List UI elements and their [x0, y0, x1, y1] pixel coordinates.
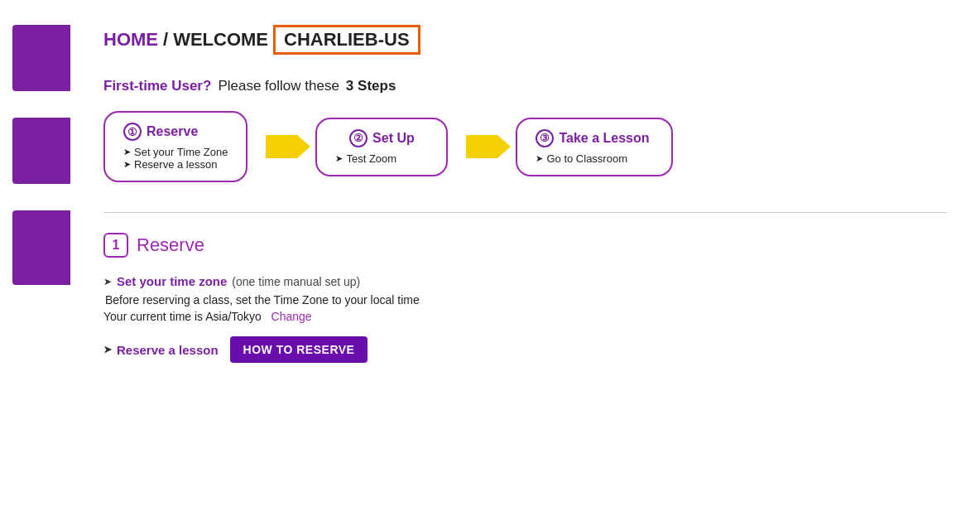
- main-content: HOME / WELCOME CHARLIEB-US First-time Us…: [70, 0, 980, 531]
- first-time-label: First-time User?: [103, 78, 211, 94]
- step-1-box: ① Reserve Set your Time Zone Reserve a l…: [103, 111, 247, 182]
- arrow-2: [459, 135, 504, 158]
- step-3-title: ③ Take a Lesson: [536, 129, 653, 147]
- step-1-item-1: Set your Time Zone: [123, 146, 228, 158]
- info-line1: Before reserving a class, set the Time Z…: [105, 293, 947, 307]
- section-title-label: Reserve: [137, 234, 204, 256]
- change-link[interactable]: Change: [271, 310, 312, 323]
- sidebar-block-3: [12, 210, 70, 285]
- step-2-item-1: Test Zoom: [335, 152, 428, 165]
- section-divider: [103, 212, 947, 213]
- step-3-box: ③ Take a Lesson Go to Classroom: [516, 118, 673, 176]
- steps-row: ① Reserve Set your Time Zone Reserve a l…: [103, 111, 947, 182]
- breadcrumb-welcome: WELCOME: [173, 29, 268, 51]
- step-1-num: ①: [123, 123, 142, 141]
- breadcrumb-home[interactable]: HOME: [103, 29, 158, 51]
- reserve-lesson-label: Reserve a lesson: [103, 343, 219, 357]
- sidebar-block-2: [12, 118, 70, 184]
- reserve-lesson-row: Reserve a lesson HOW TO RESERVE: [103, 336, 947, 363]
- set-timezone-block: Set your time zone (one time manual set …: [103, 274, 947, 323]
- first-time-steps: 3 Steps: [346, 78, 396, 94]
- how-to-reserve-button[interactable]: HOW TO RESERVE: [230, 336, 368, 363]
- step-2-box: ② Set Up Test Zoom: [315, 118, 448, 176]
- first-time-header: First-time User? Please follow these 3 S…: [103, 78, 947, 94]
- step-1-item-2: Reserve a lesson: [123, 158, 228, 171]
- first-time-text: Please follow these: [218, 78, 339, 94]
- sidebar-block-1: [12, 25, 70, 91]
- section-num-box: 1: [103, 233, 128, 258]
- step-3-item-1: Go to Classroom: [536, 152, 653, 165]
- info-line2: Your current time is Asia/Tokyo Change: [103, 310, 947, 323]
- breadcrumb-separator: /: [163, 29, 168, 51]
- sidebar: [0, 0, 70, 531]
- info-line2-prefix: Your current time is Asia/Tokyo: [103, 310, 262, 323]
- step-3-num: ③: [536, 129, 554, 147]
- arrow-1: [259, 135, 304, 158]
- step-2-title: ② Set Up: [335, 129, 428, 147]
- breadcrumb: HOME / WELCOME CHARLIEB-US: [103, 25, 947, 55]
- section-title: 1 Reserve: [103, 233, 947, 258]
- breadcrumb-username: CHARLIEB-US: [273, 25, 420, 55]
- step-2-num: ②: [349, 129, 368, 147]
- set-timezone-sub: (one time manual set up): [232, 275, 360, 288]
- set-timezone-link: Set your time zone (one time manual set …: [103, 274, 947, 288]
- set-timezone-label: Set your time zone: [117, 274, 227, 288]
- step-1-title: ① Reserve: [123, 123, 228, 141]
